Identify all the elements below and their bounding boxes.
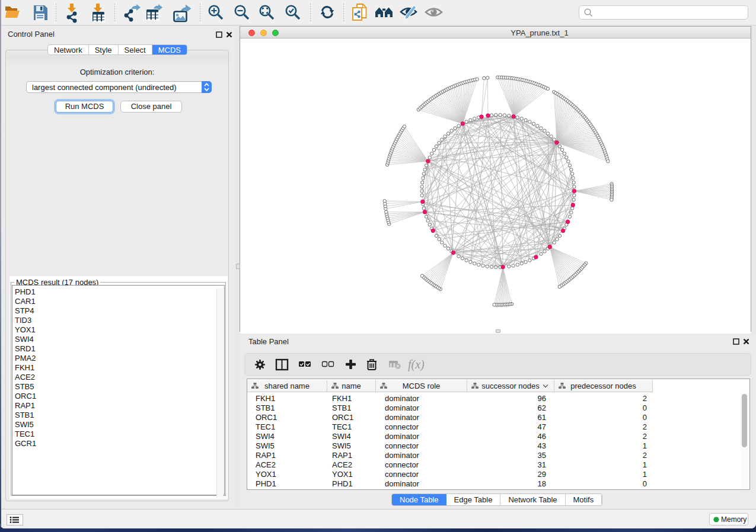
svg-text:f(x): f(x) <box>408 358 425 371</box>
